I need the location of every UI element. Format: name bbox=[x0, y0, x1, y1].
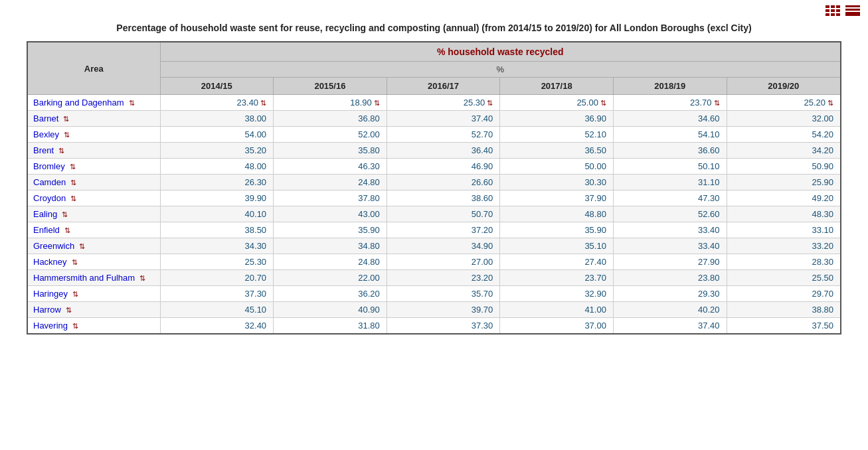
table-row: Haringey⇅37.3036.2035.7032.9029.3029.70 bbox=[27, 286, 841, 302]
table-row: Ealing⇅40.1043.0050.7048.8052.6048.30 bbox=[27, 206, 841, 222]
svg-rect-3 bbox=[825, 9, 829, 12]
value-cell: 52.10 bbox=[500, 127, 614, 143]
value-cell: 32.90 bbox=[500, 286, 614, 302]
sort-icon[interactable]: ⇅ bbox=[76, 242, 85, 251]
toolbar bbox=[0, 0, 868, 19]
area-cell[interactable]: Bexley⇅ bbox=[27, 127, 160, 143]
value-cell: 25.00⇅ bbox=[500, 95, 614, 111]
year-header: 2014/15 bbox=[160, 78, 274, 95]
value-cell: 29.30 bbox=[613, 286, 727, 302]
value-cell: 40.20 bbox=[613, 302, 727, 318]
value-cell: 24.80 bbox=[274, 254, 387, 270]
value-cell: 26.60 bbox=[387, 175, 500, 190]
area-cell[interactable]: Greenwich⇅ bbox=[27, 238, 160, 254]
sort-icon[interactable]: ⇅ bbox=[62, 226, 70, 235]
table-body: Barking and Dagenham⇅23.40⇅18.90⇅25.30⇅2… bbox=[27, 95, 841, 335]
value-cell: 31.80 bbox=[274, 318, 387, 335]
value-cell: 36.40 bbox=[387, 143, 500, 159]
value-cell: 49.20 bbox=[727, 190, 841, 206]
value-cell: 33.20 bbox=[727, 238, 841, 254]
sort-icon[interactable]: ⇅ bbox=[60, 115, 69, 123]
table-wrapper: Area % household waste recycled % 2014/1… bbox=[0, 41, 868, 348]
value-cell: 25.30⇅ bbox=[387, 95, 500, 111]
svg-rect-7 bbox=[831, 13, 835, 16]
area-cell[interactable]: Enfield⇅ bbox=[27, 222, 160, 238]
area-cell[interactable]: Harrow⇅ bbox=[27, 302, 160, 318]
value-cell: 37.50 bbox=[727, 318, 841, 335]
table-row: Barking and Dagenham⇅23.40⇅18.90⇅25.30⇅2… bbox=[27, 95, 841, 111]
value-cell: 27.00 bbox=[387, 254, 500, 270]
area-cell[interactable]: Brent⇅ bbox=[27, 143, 160, 159]
value-cell: 29.70 bbox=[727, 286, 841, 302]
value-cell: 39.90 bbox=[160, 190, 274, 206]
sort-icon[interactable]: ⇅ bbox=[68, 194, 76, 203]
sort-icon[interactable]: ⇅ bbox=[70, 290, 78, 299]
value-cell: 34.30 bbox=[160, 238, 274, 254]
value-cell: 24.80 bbox=[274, 175, 387, 190]
area-cell[interactable]: Ealing⇅ bbox=[27, 206, 160, 222]
table-row: Bexley⇅54.0052.0052.7052.1054.1054.20 bbox=[27, 127, 841, 143]
col-sort-icon[interactable]: ⇅ bbox=[827, 99, 833, 108]
area-cell[interactable]: Hammersmith and Fulham⇅ bbox=[27, 270, 160, 286]
value-cell: 20.70 bbox=[160, 270, 274, 286]
value-cell: 23.70 bbox=[500, 270, 614, 286]
area-cell[interactable]: Camden⇅ bbox=[27, 175, 160, 190]
value-cell: 33.40 bbox=[613, 238, 727, 254]
sort-icon[interactable]: ⇅ bbox=[61, 131, 70, 139]
sort-icon[interactable]: ⇅ bbox=[59, 210, 68, 219]
value-cell: 37.20 bbox=[387, 222, 500, 238]
table-row: Hackney⇅25.3024.8027.0027.4027.9028.30 bbox=[27, 254, 841, 270]
area-cell[interactable]: Barking and Dagenham⇅ bbox=[27, 95, 160, 111]
value-cell: 37.40 bbox=[613, 318, 727, 335]
area-cell[interactable]: Havering⇅ bbox=[27, 318, 160, 335]
area-cell[interactable]: Haringey⇅ bbox=[27, 286, 160, 302]
year-header: 2019/20 bbox=[727, 78, 841, 95]
value-cell: 43.00 bbox=[274, 206, 387, 222]
value-cell: 52.70 bbox=[387, 127, 500, 143]
svg-rect-0 bbox=[825, 5, 829, 8]
value-cell: 35.10 bbox=[500, 238, 614, 254]
sort-icon[interactable]: ⇅ bbox=[56, 147, 64, 155]
svg-rect-11 bbox=[845, 12, 860, 14]
sort-icon[interactable]: ⇅ bbox=[70, 322, 78, 331]
area-cell[interactable]: Barnet⇅ bbox=[27, 111, 160, 127]
col-sort-icon[interactable]: ⇅ bbox=[600, 99, 606, 108]
area-cell[interactable]: Bromley⇅ bbox=[27, 159, 160, 175]
value-cell: 48.30 bbox=[727, 206, 841, 222]
value-cell: 32.00 bbox=[727, 111, 841, 127]
col-sort-icon[interactable]: ⇅ bbox=[714, 99, 720, 108]
area-cell[interactable]: Hackney⇅ bbox=[27, 254, 160, 270]
sort-icon[interactable]: ⇅ bbox=[68, 179, 76, 187]
value-cell: 36.60 bbox=[613, 143, 727, 159]
value-cell: 46.30 bbox=[274, 159, 387, 175]
list-view-icon[interactable] bbox=[845, 5, 860, 16]
value-cell: 35.70 bbox=[387, 286, 500, 302]
sort-icon[interactable]: ⇅ bbox=[126, 99, 135, 108]
value-cell: 28.30 bbox=[727, 254, 841, 270]
sort-icon[interactable]: ⇅ bbox=[63, 306, 72, 315]
year-header: 2015/16 bbox=[274, 78, 387, 95]
grid-view-icon[interactable] bbox=[825, 5, 840, 16]
table-row: Brent⇅35.2035.8036.4036.5036.6034.20 bbox=[27, 143, 841, 159]
col-sort-icon[interactable]: ⇅ bbox=[374, 99, 380, 108]
table-row: Greenwich⇅34.3034.8034.9035.1033.4033.20 bbox=[27, 238, 841, 254]
value-cell: 37.90 bbox=[500, 190, 614, 206]
svg-rect-4 bbox=[831, 9, 835, 12]
area-cell[interactable]: Croydon⇅ bbox=[27, 190, 160, 206]
value-cell: 35.80 bbox=[274, 143, 387, 159]
sort-icon[interactable]: ⇅ bbox=[67, 163, 76, 171]
value-cell: 25.20⇅ bbox=[727, 95, 841, 111]
sort-icon[interactable]: ⇅ bbox=[69, 258, 78, 267]
value-cell: 37.30 bbox=[160, 286, 274, 302]
svg-rect-5 bbox=[836, 9, 840, 12]
value-cell: 32.40 bbox=[160, 318, 274, 335]
table-row: Bromley⇅48.0046.3046.9050.0050.1050.90 bbox=[27, 159, 841, 175]
value-cell: 38.80 bbox=[727, 302, 841, 318]
svg-rect-8 bbox=[836, 13, 840, 16]
col-sort-icon[interactable]: ⇅ bbox=[487, 99, 493, 108]
value-cell: 48.00 bbox=[160, 159, 274, 175]
col-sort-icon[interactable]: ⇅ bbox=[260, 99, 266, 108]
value-cell: 37.00 bbox=[500, 318, 614, 335]
sort-icon[interactable]: ⇅ bbox=[137, 274, 145, 283]
value-cell: 54.00 bbox=[160, 127, 274, 143]
